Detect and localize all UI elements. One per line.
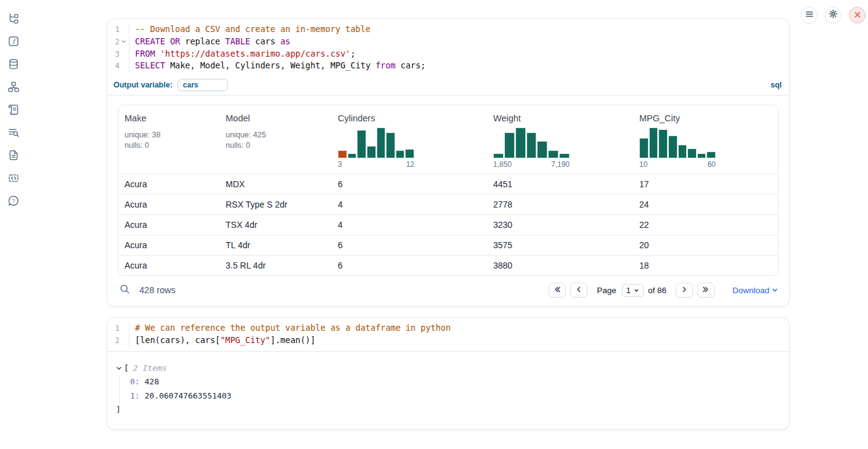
histogram-bar[interactable] bbox=[504, 132, 515, 158]
sidebar-item-data-sources[interactable] bbox=[7, 59, 20, 72]
column-header-mpg-city[interactable]: MPG_City 1060 bbox=[633, 105, 778, 174]
search-icon bbox=[120, 284, 130, 297]
list-entry: 1: 20.060747663551403 bbox=[130, 389, 778, 403]
python-cell-output: [ 2 Items 0: 428 1: 20.060747663551403 ] bbox=[107, 351, 789, 429]
python-comment: # We can reference the output variable a… bbox=[135, 323, 451, 333]
column-stats: unique: 425nulls: 0 bbox=[226, 130, 329, 150]
column-header-cylinders[interactable]: Cylinders 312 bbox=[332, 105, 487, 174]
histogram-bar[interactable] bbox=[348, 153, 357, 158]
histogram-bar[interactable] bbox=[668, 136, 678, 158]
close-icon bbox=[854, 10, 861, 21]
histogram-bar[interactable] bbox=[396, 150, 405, 158]
column-header-model[interactable]: Model unique: 425nulls: 0 bbox=[219, 105, 332, 174]
last-page-button[interactable] bbox=[697, 283, 714, 297]
sidebar-item-help[interactable]: ? bbox=[7, 195, 20, 209]
line-number: 2 bbox=[115, 334, 120, 347]
column-header-make[interactable]: Make unique: 38nulls: 0 bbox=[118, 105, 219, 174]
code-line: 1 -- Download a CSV and create an in-mem… bbox=[107, 23, 789, 36]
histogram-bar[interactable] bbox=[687, 148, 697, 158]
topbar-controls bbox=[801, 7, 866, 23]
code-line: 4 SELECT Make, Model, Cylinders, Weight,… bbox=[107, 60, 789, 72]
sql-comment: -- Download a CSV and create an in-memor… bbox=[135, 24, 371, 34]
output-variable-label: Output variable: bbox=[113, 81, 173, 89]
histogram-bar[interactable] bbox=[357, 130, 366, 159]
histogram-bar[interactable] bbox=[639, 138, 649, 158]
notebook: 1 -- Download a CSV and create an in-mem… bbox=[107, 18, 790, 440]
line-number: 3 bbox=[115, 48, 120, 60]
histogram-bar[interactable] bbox=[386, 132, 395, 158]
download-button[interactable]: Download bbox=[732, 286, 778, 295]
settings-button[interactable] bbox=[825, 7, 841, 23]
histogram-bar[interactable] bbox=[367, 146, 376, 158]
sql-cell: 1 -- Download a CSV and create an in-mem… bbox=[107, 18, 790, 307]
collapse-chevron-icon[interactable] bbox=[116, 365, 123, 371]
function-square-icon: f bbox=[7, 35, 20, 50]
fold-chevron-icon[interactable] bbox=[120, 38, 128, 46]
weight-histogram[interactable]: 1,8507,190 bbox=[493, 126, 570, 169]
histogram-bar[interactable] bbox=[658, 129, 668, 159]
next-page-button[interactable] bbox=[676, 283, 693, 297]
histogram-bar[interactable] bbox=[377, 127, 386, 158]
chevron-down-icon bbox=[772, 286, 778, 295]
page-select[interactable]: 1 bbox=[622, 284, 644, 297]
dependency-graph-icon bbox=[7, 81, 20, 95]
list-open-bracket: [ bbox=[124, 362, 129, 376]
chevron-right-icon bbox=[681, 285, 688, 296]
table-row: AcuraMDX6445117 bbox=[118, 174, 778, 195]
table-row: AcuraTSX 4dr4323022 bbox=[118, 215, 778, 235]
histogram-bar[interactable] bbox=[649, 127, 658, 158]
table-output: Make unique: 38nulls: 0 Model unique: 42… bbox=[107, 95, 789, 276]
shutdown-button[interactable] bbox=[849, 7, 866, 23]
sql-code-editor[interactable]: 1 -- Download a CSV and create an in-mem… bbox=[107, 19, 789, 76]
database-icon bbox=[7, 58, 20, 73]
python-code-editor[interactable]: 1 # We can reference the output variable… bbox=[107, 318, 789, 351]
column-header-weight[interactable]: Weight 1,8507,190 bbox=[487, 105, 633, 174]
line-number: 2 bbox=[115, 36, 120, 48]
first-page-button[interactable] bbox=[549, 283, 566, 297]
histogram-bar[interactable] bbox=[697, 153, 706, 158]
code-line: 2 [len(cars), cars["MPG_City"].mean()] bbox=[107, 334, 789, 347]
table-row: AcuraRSX Type S 2dr4277824 bbox=[118, 195, 778, 215]
histogram-bar[interactable] bbox=[515, 127, 526, 158]
histogram-bar[interactable] bbox=[338, 150, 347, 158]
list-close-bracket: ] bbox=[116, 403, 778, 417]
histogram-bar[interactable] bbox=[559, 153, 570, 158]
column-stats: unique: 38nulls: 0 bbox=[125, 130, 217, 150]
code-snippet-icon bbox=[7, 172, 20, 187]
sidebar-item-outline[interactable] bbox=[7, 104, 20, 118]
cylinders-histogram[interactable]: 312 bbox=[338, 126, 414, 169]
output-variable-input[interactable] bbox=[178, 79, 228, 91]
code-line: 2 CREATE OR replace TABLE cars as bbox=[107, 36, 789, 48]
scroll-icon bbox=[7, 103, 20, 118]
chevrons-left-icon bbox=[554, 285, 561, 296]
file-tree-icon bbox=[7, 12, 20, 27]
sidebar-item-documentation[interactable] bbox=[7, 150, 20, 163]
sidebar-item-variables[interactable]: f bbox=[7, 36, 20, 49]
sidebar-item-snippets[interactable] bbox=[7, 172, 20, 186]
histogram-bar[interactable] bbox=[678, 145, 687, 158]
sidebar-item-dependency-graph[interactable] bbox=[7, 81, 20, 95]
histogram-bar[interactable] bbox=[493, 153, 504, 158]
search-button[interactable] bbox=[120, 284, 130, 297]
line-number: 4 bbox=[115, 60, 120, 72]
histogram-bar[interactable] bbox=[548, 150, 559, 158]
python-cell: 1 # We can reference the output variable… bbox=[107, 317, 790, 430]
row-count: 428 rows bbox=[139, 285, 176, 295]
histogram-bar[interactable] bbox=[537, 141, 547, 158]
svg-text:?: ? bbox=[12, 198, 15, 204]
sidebar: f ? bbox=[0, 0, 27, 449]
sidebar-item-file-explorer[interactable] bbox=[7, 13, 20, 26]
histogram-bar[interactable] bbox=[706, 152, 716, 158]
line-number: 1 bbox=[115, 322, 120, 334]
menu-icon bbox=[805, 10, 814, 21]
menu-button[interactable] bbox=[801, 7, 817, 23]
histogram-bar[interactable] bbox=[405, 149, 414, 158]
histogram-bar[interactable] bbox=[526, 132, 537, 158]
sidebar-item-logs[interactable] bbox=[7, 127, 20, 140]
previous-page-button[interactable] bbox=[570, 283, 588, 297]
mpg-city-histogram[interactable]: 1060 bbox=[639, 126, 716, 169]
output-variable-row: Output variable: sql bbox=[107, 76, 789, 95]
chevrons-right-icon bbox=[702, 285, 710, 296]
gear-icon bbox=[829, 9, 838, 21]
chevron-left-icon bbox=[575, 285, 583, 296]
